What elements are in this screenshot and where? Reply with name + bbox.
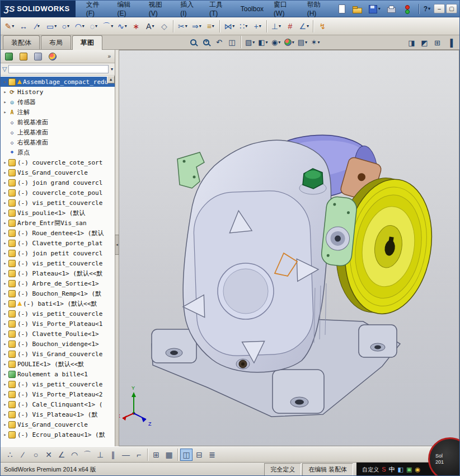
expand-caret-icon[interactable]: ▸ (2, 361, 8, 367)
expand-caret-icon[interactable]: ▸ (2, 432, 8, 437)
tree-item-28[interactable]: ▸POULIE<1> (默认<<默 (1, 359, 115, 369)
expand-caret-icon[interactable]: ▸ (2, 89, 8, 95)
grid-display-button[interactable]: ▦ (163, 449, 175, 461)
repair-sketch-button[interactable]: # (283, 19, 297, 34)
panel-tabs-more-button[interactable]: » (105, 53, 113, 59)
expand-caret-icon[interactable]: ▸ (2, 371, 8, 377)
tree-item-18[interactable]: ▸(-) vis_petit_couvercle (1, 258, 115, 268)
graphics-viewport[interactable]: X Y Z (119, 50, 459, 446)
panel-tab-configurations[interactable] (31, 51, 45, 62)
tree-item-23[interactable]: ▸(-) vis_petit_couvercle (1, 309, 115, 319)
expand-caret-icon[interactable]: ▸ (2, 180, 8, 185)
viewport-list-button[interactable]: ≣ (206, 449, 218, 461)
grid-snap-button[interactable]: ⊞ (150, 449, 162, 461)
tree-item-11[interactable]: ▸(-) couvercle_cote_poul (1, 188, 115, 198)
tree-item-2[interactable]: ▸◎传感器 (1, 97, 115, 107)
expand-caret-icon[interactable]: ▸ (2, 311, 8, 316)
quick-snaps-button[interactable]: ∠▾ (297, 19, 311, 34)
smart-dimension-button[interactable]: ↔ (17, 19, 30, 34)
expand-caret-icon[interactable]: ▸ (2, 170, 8, 175)
snap-tangent-button[interactable]: ⌒ (81, 449, 93, 461)
expand-caret-icon[interactable]: ▸ (2, 321, 8, 326)
tree-item-5[interactable]: ◇上视基准面 (1, 127, 115, 137)
expand-caret-icon[interactable]: ▸ (2, 79, 8, 85)
tree-item-20[interactable]: ▸(-) Arbre_de_Sortie<1> (1, 278, 115, 288)
expand-caret-icon[interactable]: ▸ (2, 341, 8, 347)
tree-item-6[interactable]: ◇右视基准面 (1, 137, 115, 147)
tree-item-34[interactable]: ▸Vis_Grand_couvercle (1, 419, 115, 430)
maximize-button[interactable]: ▢ (446, 4, 457, 13)
instant-2d-button[interactable]: ↯ (316, 19, 329, 34)
tab-草图[interactable]: 草图 (72, 35, 102, 50)
expand-caret-icon[interactable]: ▸ (2, 381, 8, 387)
mirror-entities-button[interactable]: ⋈▾ (222, 19, 236, 34)
assembly-3d-model[interactable]: X Y Z (119, 50, 459, 446)
menu-item-4[interactable]: 工具(T) (204, 0, 236, 20)
tree-item-29[interactable]: ▸Roulement a bille<1 (1, 369, 115, 379)
expand-caret-icon[interactable]: ▸ (2, 250, 8, 256)
tree-item-27[interactable]: ▸(-) Vis_Grand_couvercle (1, 349, 115, 359)
open-document-button[interactable] (350, 3, 364, 15)
convert-entities-button[interactable]: ⇒▾ (190, 19, 203, 34)
tree-item-30[interactable]: ▸(-) vis_petit_couvercle (1, 379, 115, 389)
snap-line-button[interactable]: ∕ (17, 449, 29, 461)
tree-scroll-up-button[interactable]: ▲ (107, 76, 115, 83)
expand-caret-icon[interactable]: ▸ (2, 99, 8, 105)
previous-view-button[interactable]: ↶ (213, 36, 225, 48)
tab-布局[interactable]: 布局 (41, 35, 71, 49)
tree-item-7[interactable]: ⌖原点 (1, 147, 115, 157)
expand-caret-icon[interactable]: ▸ (2, 291, 8, 296)
expand-caret-icon[interactable]: ▸ (2, 351, 8, 357)
tree-item-17[interactable]: ▸(-) join petit couvercl (1, 248, 115, 258)
tree-item-9[interactable]: ▸Vis_Grand_couvercle (1, 167, 115, 178)
tree-item-31[interactable]: ▸(-) Vis_Porte_Plateau<2 (1, 389, 115, 399)
expand-caret-icon[interactable]: ▸ (2, 160, 8, 165)
snap-circle-button[interactable]: ○ (30, 449, 42, 461)
hide-show-items-button[interactable]: ◉▾ (270, 36, 282, 48)
snap-arc-button[interactable]: ◠ (68, 449, 81, 461)
expand-caret-icon[interactable]: ▸ (2, 270, 8, 276)
tree-filter-input[interactable] (8, 65, 109, 73)
tree-item-0[interactable]: ▸Assemblage_compact_redu (1, 77, 115, 87)
expand-caret-icon[interactable]: ▸ (2, 412, 8, 417)
menu-item-2[interactable]: 视图(V) (144, 0, 175, 20)
tray-volume-icon[interactable]: ◉ (415, 466, 420, 473)
ellipse-button[interactable]: ◌▾ (87, 19, 100, 34)
tree-item-1[interactable]: ▸⟳History (1, 87, 115, 97)
section-view-button[interactable]: ◫ (226, 36, 238, 48)
panel-tab-property-manager[interactable] (17, 51, 30, 62)
tree-item-26[interactable]: ▸(-) Bouchon_videnge<1> (1, 339, 115, 349)
tree-item-16[interactable]: ▸(-) Clavette_porte_plat (1, 238, 115, 248)
panel-tab-display-manager[interactable] (46, 51, 59, 62)
tree-item-25[interactable]: ▸(-) Clavette_Poulie<1> (1, 329, 115, 339)
snap-horizontal-button[interactable]: — (120, 449, 132, 461)
point-button[interactable]: ∗ (129, 19, 143, 34)
tab-装配体[interactable]: 装配体 (3, 35, 40, 49)
plane-button[interactable]: ◇ (157, 19, 171, 34)
task-pane-button[interactable]: ⊞ (431, 37, 443, 48)
circle-button[interactable]: ○▾ (59, 19, 72, 34)
menu-item-7[interactable]: 帮助(H) (302, 0, 334, 20)
viewport-two-button[interactable]: ⊟ (193, 449, 205, 461)
tree-item-15[interactable]: ▸(-) Roue_dentee<1> (默认 (1, 228, 115, 238)
ime-chinese-icon[interactable]: 中 (389, 466, 395, 473)
expand-caret-icon[interactable]: ▸ (2, 391, 8, 397)
expand-caret-icon[interactable]: ▸ (2, 240, 8, 246)
expand-caret-icon[interactable]: ▸ (2, 210, 8, 216)
snap-points-button[interactable]: ∴ (4, 449, 16, 461)
line-button[interactable]: ∕▾ (31, 19, 44, 34)
expand-caret-icon[interactable]: ▸ (2, 109, 8, 115)
expand-caret-icon[interactable]: ▸ (2, 422, 8, 427)
split-pane-button[interactable]: ◩ (419, 37, 430, 48)
sketch-button[interactable]: ✎▾ (3, 19, 16, 34)
expand-caret-icon[interactable]: ▸ (2, 190, 8, 195)
text-button[interactable]: A▾ (143, 19, 157, 34)
model-drain-plug[interactable] (236, 359, 250, 369)
tree-item-4[interactable]: ◇前视基准面 (1, 117, 115, 127)
expand-caret-icon[interactable]: ▸ (2, 260, 8, 266)
view-settings-button[interactable]: ✶▾ (309, 36, 321, 48)
tree-item-10[interactable]: ▸(-) join grand couvercl (1, 178, 115, 188)
snap-angle-button[interactable]: ∠ (55, 449, 68, 461)
tray-customize-label[interactable]: 自定义 (362, 466, 379, 474)
tree-item-22[interactable]: ▸(-) bati<1> (默认<<默 (1, 298, 115, 309)
